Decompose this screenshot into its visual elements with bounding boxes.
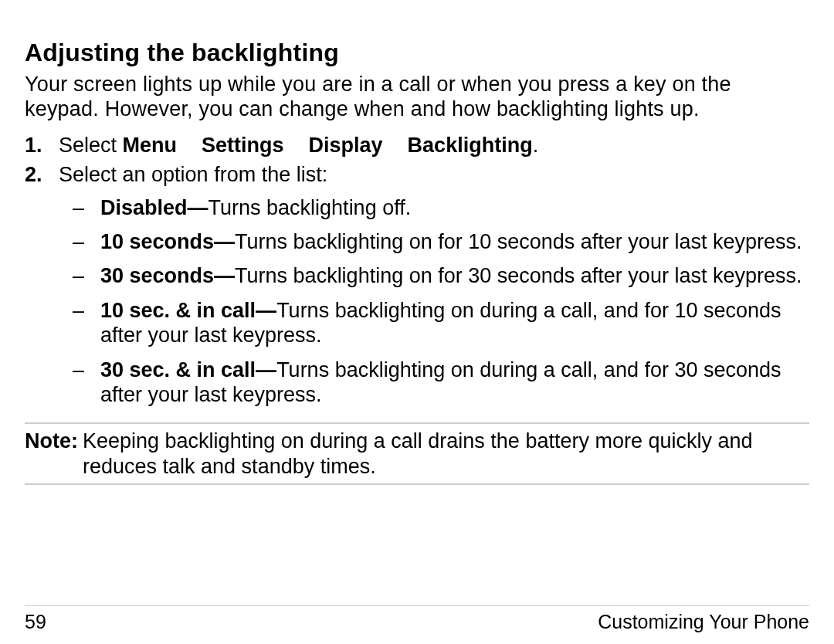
step-body: Select MenuSettingsDisplayBacklighting. — [59, 133, 809, 158]
document-page: Adjusting the backlighting Your screen l… — [0, 0, 834, 644]
option-body: 10 sec. & in call—Turns backlighting on … — [100, 298, 809, 348]
option-body: 30 sec. & in call—Turns backlighting on … — [100, 358, 809, 408]
page-number: 59 — [25, 611, 46, 633]
step-number: 1. — [25, 133, 59, 158]
option-item: – 30 sec. & in call—Turns backlighting o… — [59, 358, 809, 408]
option-item: – 10 sec. & in call—Turns backlighting o… — [59, 298, 809, 348]
note-text: Keeping backlighting on during a call dr… — [83, 429, 809, 479]
bullet-dash: – — [59, 229, 100, 254]
option-label: 30 sec. & in call— — [100, 358, 276, 381]
step1-prefix: Select — [59, 134, 123, 157]
option-desc: Turns backlighting off. — [208, 196, 412, 219]
option-label: 10 sec. & in call— — [100, 299, 276, 322]
option-body: 10 seconds—Turns backlighting on for 10 … — [100, 229, 809, 254]
step-body: Select an option from the list: – Disabl… — [59, 162, 809, 416]
option-label: 10 seconds— — [100, 230, 235, 253]
option-item: – 10 seconds—Turns backlighting on for 1… — [59, 229, 809, 254]
section-heading: Adjusting the backlighting — [25, 39, 809, 67]
bullet-dash: – — [59, 263, 100, 288]
nav-menu: Menu — [123, 134, 178, 157]
option-body: Disabled—Turns backlighting off. — [100, 195, 809, 220]
footer-section-title: Customizing Your Phone — [598, 611, 809, 633]
intro-paragraph: Your screen lights up while you are in a… — [25, 72, 809, 122]
option-item: – 30 seconds—Turns backlighting on for 3… — [59, 263, 809, 288]
option-desc: Turns backlighting on for 10 seconds aft… — [235, 230, 802, 253]
option-label: Disabled— — [100, 196, 208, 219]
bullet-dash: – — [59, 298, 100, 348]
option-item: – Disabled—Turns backlighting off. — [59, 195, 809, 220]
option-desc: Turns backlighting on for 30 seconds aft… — [235, 264, 802, 287]
note-label: Note: — [25, 429, 78, 479]
nav-display: Display — [309, 134, 383, 157]
step2-text: Select an option from the list: — [59, 163, 327, 186]
nav-backlighting: Backlighting — [408, 134, 533, 157]
bullet-dash: – — [59, 195, 100, 220]
steps-list: 1. Select MenuSettingsDisplayBacklightin… — [25, 133, 809, 417]
step-number: 2. — [25, 162, 59, 416]
nav-settings: Settings — [202, 134, 284, 157]
step-1: 1. Select MenuSettingsDisplayBacklightin… — [25, 133, 809, 158]
page-footer: 59 Customizing Your Phone — [25, 605, 809, 633]
bullet-dash: – — [59, 358, 100, 408]
note-block: Note: Keeping backlighting on during a c… — [25, 422, 809, 485]
option-body: 30 seconds—Turns backlighting on for 30 … — [100, 263, 809, 288]
options-list: – Disabled—Turns backlighting off. – 10 … — [59, 195, 809, 408]
step-2: 2. Select an option from the list: – Dis… — [25, 162, 809, 416]
step1-suffix: . — [533, 134, 539, 157]
option-label: 30 seconds— — [100, 264, 235, 287]
